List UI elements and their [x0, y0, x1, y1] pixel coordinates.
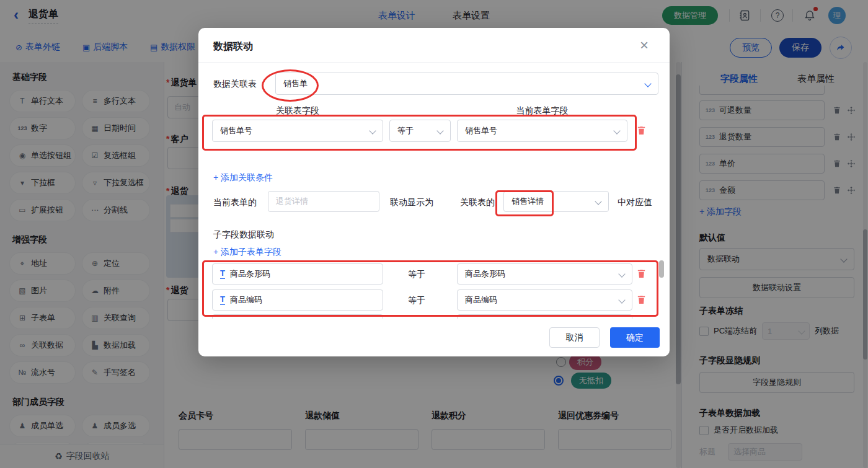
relation-table-prefix-label: 关联表的	[460, 197, 495, 208]
relation-table-label: 数据关联表	[213, 79, 257, 90]
divider	[198, 62, 670, 63]
modal-scrollbar-thumb[interactable]	[659, 260, 664, 278]
delete-condition-icon[interactable]	[636, 125, 647, 136]
text-type-icon: T	[220, 295, 225, 304]
subfield-left-input-partial	[212, 314, 383, 319]
chevron-down-icon	[613, 127, 620, 134]
relation-table-select[interactable]: 销售单	[275, 73, 658, 95]
add-condition-link[interactable]: + 添加关联条件	[213, 172, 273, 183]
subfield-left-input[interactable]: T 商品编码	[212, 289, 383, 311]
display-field-input[interactable]: 退货详情	[268, 191, 379, 212]
current-field-select[interactable]: 销售单号	[457, 120, 627, 142]
operator-select[interactable]: 等于	[389, 120, 451, 142]
chevron-down-icon	[618, 296, 625, 303]
data-linkage-modal: 数据联动 × 数据关联表 销售单 关联表字段 当前表单字段 销售单号 等于 销售…	[198, 28, 670, 356]
close-icon[interactable]: ×	[640, 38, 649, 53]
subfield-left-input[interactable]: T 商品条形码	[212, 263, 383, 285]
chevron-down-icon	[618, 270, 625, 277]
subfield-right-select[interactable]: 商品编码	[457, 289, 632, 311]
subfield-row-partial	[212, 314, 632, 319]
subfield-right-select[interactable]: 商品条形码	[457, 263, 632, 285]
delete-subfield-icon[interactable]	[636, 294, 647, 305]
delete-subfield-icon[interactable]	[636, 268, 647, 279]
chevron-down-icon	[644, 80, 651, 87]
linkage-display-label: 联动显示为	[390, 197, 433, 208]
current-form-prefix-label: 当前表单的	[213, 197, 257, 208]
chevron-down-icon	[436, 127, 443, 134]
corresponding-value-label: 中对应值	[618, 197, 652, 208]
subfield-right-select-partial	[457, 314, 632, 319]
text-type-icon: T	[220, 269, 225, 278]
equals-label: 等于	[403, 295, 430, 306]
form-designer-page: ‹ 退货单 表单设计 表单设置 数据管理 ? 理	[0, 0, 868, 468]
confirm-button[interactable]: 确定	[610, 327, 660, 348]
add-subform-field-link[interactable]: + 添加子表单字段	[213, 247, 281, 258]
equals-label: 等于	[403, 269, 430, 280]
relation-display-select[interactable]: 销售详情	[503, 191, 609, 212]
cancel-button[interactable]: 取消	[549, 327, 600, 348]
relation-field-select[interactable]: 销售单号	[212, 120, 383, 142]
column-header-current-field: 当前表单字段	[457, 105, 627, 117]
column-header-relation-field: 关联表字段	[212, 105, 383, 117]
modal-title: 数据联动	[213, 40, 253, 53]
chevron-down-icon	[595, 198, 601, 205]
chevron-down-icon	[369, 127, 376, 134]
subfield-linkage-title: 子字段数据联动	[213, 229, 274, 241]
